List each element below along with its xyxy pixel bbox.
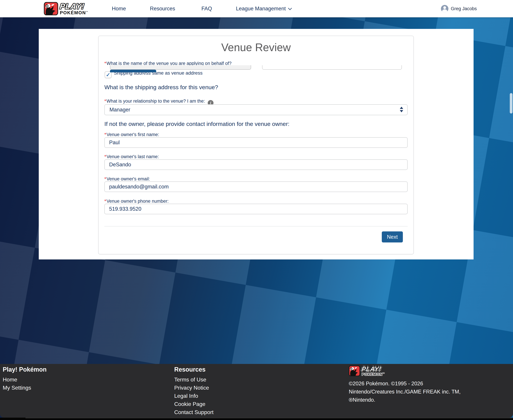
top-navigation-bar: PLAY! POKÉMON™ Home Resources FAQ League… xyxy=(0,0,513,17)
next-button[interactable]: Next xyxy=(382,231,403,242)
shipping-same-checkbox[interactable]: ✓ xyxy=(105,71,112,78)
play-pokemon-logo[interactable]: PLAY! POKÉMON™ xyxy=(44,2,88,15)
relationship-select[interactable]: Manager xyxy=(104,104,407,115)
required-marker: * xyxy=(104,154,106,159)
owner-last-name-label: *Venue owner's last name: xyxy=(104,154,159,159)
play-pokemon-logo-badge-icon xyxy=(44,2,58,15)
footer-link-contact-support[interactable]: Contact Support xyxy=(174,409,213,415)
required-marker: * xyxy=(104,98,106,104)
section-divider xyxy=(104,226,407,226)
wordmark-pokemon: POKÉMON™ xyxy=(60,11,88,15)
bottom-window-edge xyxy=(0,418,513,420)
trademark-symbol: ™ xyxy=(86,11,88,13)
content-panel: Venue Review *What is the name of the ve… xyxy=(39,29,474,259)
play-pokemon-wordmark: PLAY! POKÉMON™ xyxy=(362,366,385,376)
copyright-line-2: Nintendo/Creatures Inc./GAME FREAK inc. … xyxy=(349,388,461,396)
relationship-selected-value: Manager xyxy=(109,107,130,113)
owner-first-name-input[interactable] xyxy=(104,137,407,148)
user-avatar-icon[interactable] xyxy=(441,5,448,12)
owner-email-label: *Venue owner's email: xyxy=(104,176,150,182)
footer-link-legal-info[interactable]: Legal Info xyxy=(174,393,198,399)
footer-link-my-settings[interactable]: My Settings xyxy=(3,385,31,391)
user-name[interactable]: Greg Jacobs xyxy=(451,0,477,17)
nav-dropdown-league-management[interactable]: League Management xyxy=(236,0,291,17)
copyright-line-3: ®Nintendo. xyxy=(349,396,375,404)
footer-play-pokemon-logo: PLAY! POKÉMON™ xyxy=(349,366,385,376)
footer-brand-heading: Play! Pokémon xyxy=(3,366,46,373)
wordmark-play: PLAY! xyxy=(60,2,89,10)
owner-contact-heading: If not the owner, please provide contact… xyxy=(104,121,289,127)
owner-phone-label: *Venue owner's phone number: xyxy=(104,199,169,204)
page-footer: Play! Pokémon Home My Settings Resources… xyxy=(0,364,513,418)
window-edge-highlight xyxy=(25,418,513,418)
owner-first-name-label: *Venue owner's first name: xyxy=(104,132,159,137)
wordmark-pokemon: POKÉMON™ xyxy=(362,372,385,376)
nav-dropdown-label: League Management xyxy=(236,6,286,12)
checkmark-icon: ✓ xyxy=(106,72,110,78)
venue-name-input-left[interactable] xyxy=(110,65,251,70)
venue-review-card: Venue Review *What is the name of the ve… xyxy=(98,36,414,254)
play-pokemon-wordmark: PLAY! POKÉMON™ xyxy=(60,2,88,15)
footer-link-terms-of-use[interactable]: Terms of Use xyxy=(174,376,206,383)
page-title: Venue Review xyxy=(98,41,413,54)
scrollbar-thumb[interactable] xyxy=(510,93,513,113)
chevron-down-icon xyxy=(288,6,292,10)
wordmark-play: PLAY! xyxy=(361,366,385,372)
required-marker: * xyxy=(104,199,106,204)
focus-highlight-bar xyxy=(110,70,156,72)
shipping-address-heading: What is the shipping address for this ve… xyxy=(104,84,218,90)
footer-link-privacy-notice[interactable]: Privacy Notice xyxy=(174,385,209,391)
owner-phone-input[interactable] xyxy=(104,204,407,214)
footer-resources-heading: Resources xyxy=(174,366,205,373)
required-marker: * xyxy=(104,176,106,181)
trademark-symbol: ™ xyxy=(383,372,385,375)
nav-link-resources[interactable]: Resources xyxy=(150,0,175,17)
owner-email-input[interactable] xyxy=(104,181,407,192)
copyright-line-1: ©2026 Pokémon. ©1995 - 2026 xyxy=(349,380,423,388)
footer-link-home[interactable]: Home xyxy=(3,376,17,383)
nav-link-home[interactable]: Home xyxy=(112,0,126,17)
venue-name-input-right[interactable] xyxy=(262,65,402,70)
owner-last-name-input[interactable] xyxy=(104,159,407,170)
venue-name-input-row xyxy=(98,65,414,70)
required-marker: * xyxy=(104,132,106,137)
play-pokemon-logo-badge-icon xyxy=(349,366,360,376)
nav-link-faq[interactable]: FAQ xyxy=(201,0,212,17)
select-spinner-icon xyxy=(400,107,403,112)
footer-link-cookie-page[interactable]: Cookie Page xyxy=(174,401,205,407)
